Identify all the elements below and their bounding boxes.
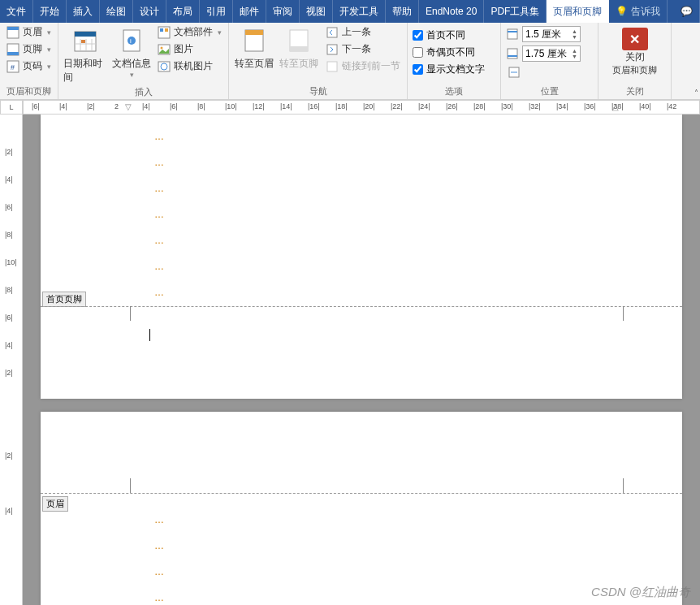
group-label: 页眉和页脚: [5, 84, 53, 99]
odd-even-different[interactable]: 奇偶页不同: [413, 45, 485, 60]
tab-home[interactable]: 开始: [33, 0, 67, 23]
svg-rect-12: [81, 40, 85, 43]
onlinepic-button[interactable]: 联机图片: [156, 58, 223, 74]
collapse-ribbon-icon[interactable]: ˄: [694, 89, 698, 97]
tab-draw[interactable]: 绘图: [100, 0, 133, 23]
document-canvas[interactable]: … … … … … … … 首页页脚 页眉 … … … …: [23, 115, 700, 605]
show-text-label: 显示文档文字: [426, 63, 485, 76]
ruler-tick: |26|: [446, 102, 458, 110]
horizontal-ruler[interactable]: ▽ △ |6||4||2|2|4||6||8||10||12||14||16||…: [23, 100, 700, 115]
onlinepic-label: 联机图片: [174, 59, 213, 73]
tab-file[interactable]: 文件: [0, 0, 33, 23]
footer-guide: [130, 306, 131, 321]
tab-bar: 文件 开始 插入 绘图 设计 布局 引用 邮件 审阅 视图 开发工具 帮助 En…: [0, 0, 700, 23]
tab-help[interactable]: 帮助: [386, 0, 419, 23]
tab-layout[interactable]: 布局: [166, 0, 200, 23]
group-label: 导航: [234, 84, 402, 99]
ruler-tick: |2|: [5, 369, 13, 377]
calendar-icon: [72, 28, 98, 54]
odd-even-checkbox[interactable]: [413, 47, 423, 58]
pagenum-label: 页码: [23, 59, 42, 73]
goto-footer-button[interactable]: 转至页脚: [279, 24, 320, 71]
ruler-tick: |4|: [5, 507, 13, 515]
show-doc-text[interactable]: 显示文档文字: [413, 62, 485, 77]
next-button[interactable]: 下一条: [324, 41, 402, 57]
first-page-different[interactable]: 首页不同: [413, 28, 485, 43]
close-header-footer-button[interactable]: ✕ 关闭 页眉和页脚: [603, 24, 666, 76]
ruler-tick: |12|: [253, 102, 265, 110]
tab-selector[interactable]: L: [0, 100, 23, 115]
ruler-tick: |4|: [5, 175, 13, 184]
goto-header-button[interactable]: 转至页眉: [234, 24, 274, 71]
header-guide: [130, 478, 131, 493]
tab-mailings[interactable]: 邮件: [233, 0, 266, 23]
ruler-tick: |4|: [142, 102, 150, 110]
docparts-button[interactable]: 文档部件: [156, 24, 223, 40]
docparts-label: 文档部件: [174, 25, 213, 39]
ruler-tick: |16|: [308, 102, 320, 110]
header-from-top[interactable]: 1.5 厘米▲▼: [506, 26, 581, 42]
svg-point-14: [127, 37, 136, 45]
next-label: 下一条: [342, 42, 371, 56]
content-ellipsis: …: [154, 183, 164, 194]
docinfo-label: 文档信息: [112, 57, 151, 71]
ruler-tick: |2|: [5, 148, 13, 156]
ruler-tick: |2|: [87, 102, 95, 110]
footer-boundary: [41, 306, 682, 307]
docinfo-button[interactable]: i 文档信息: [111, 24, 151, 79]
ruler-tick: |8|: [5, 231, 13, 239]
group-options: 首页不同 奇偶页不同 显示文档文字 选项: [408, 23, 501, 99]
close-icon: ✕: [622, 28, 648, 50]
tab-header-footer[interactable]: 页眉和页脚: [547, 0, 609, 23]
comments-button[interactable]: 💬: [674, 0, 700, 23]
align-tab-icon: [508, 66, 521, 79]
ruler-tick: |34|: [556, 102, 568, 110]
footer-button[interactable]: 页脚: [5, 41, 53, 57]
tab-insert[interactable]: 插入: [67, 0, 100, 23]
svg-text:#: #: [11, 63, 15, 71]
picture-button[interactable]: 图片: [156, 41, 223, 57]
header-label: 页眉: [23, 25, 42, 39]
ruler-tick: |24|: [418, 102, 430, 110]
page-1: … … … … … … … 首页页脚: [41, 115, 682, 399]
svg-rect-17: [160, 28, 163, 32]
tab-endnote[interactable]: EndNote 20: [419, 0, 484, 23]
header-button[interactable]: 页眉: [5, 24, 53, 40]
ruler-tick: |22|: [391, 102, 403, 110]
spinner-icon[interactable]: ▲▼: [572, 28, 577, 40]
tab-developer[interactable]: 开发工具: [333, 0, 386, 23]
tab-review[interactable]: 审阅: [266, 0, 300, 23]
insert-align-tab[interactable]: [506, 65, 581, 80]
next-icon: [326, 43, 339, 56]
tab-references[interactable]: 引用: [200, 0, 233, 23]
content-ellipsis: …: [154, 592, 164, 603]
link-previous-button[interactable]: 链接到前一节: [324, 58, 402, 74]
previous-button[interactable]: 上一条: [324, 24, 402, 40]
vertical-ruler[interactable]: |2||4||6||8||10||8||6||4||2||2||4|: [0, 115, 23, 605]
ruler-tick: |6|: [5, 313, 13, 322]
tab-design[interactable]: 设计: [133, 0, 166, 23]
picture-icon: [158, 43, 171, 56]
spinner-icon[interactable]: ▲▼: [572, 48, 577, 59]
prev-icon: [326, 26, 339, 39]
text-cursor: [149, 329, 150, 341]
link-icon: [326, 60, 339, 73]
indent-marker-icon[interactable]: ▽: [125, 102, 132, 111]
tab-pdf[interactable]: PDF工具集: [484, 0, 547, 23]
ruler-tick: |10|: [225, 102, 237, 110]
content-ellipsis: …: [154, 514, 164, 525]
footer-from-bottom[interactable]: 1.75 厘米▲▼: [506, 45, 581, 62]
content-ellipsis: …: [154, 566, 164, 577]
ruler-tick: |6|: [5, 203, 13, 211]
tell-me[interactable]: 💡 告诉我: [609, 0, 667, 23]
goto-footer-icon: [286, 28, 312, 54]
tab-view[interactable]: 视图: [300, 0, 333, 23]
first-page-checkbox[interactable]: [413, 30, 423, 41]
group-header-footer: 页眉 页脚 #页码 页眉和页脚: [0, 23, 58, 99]
datetime-button[interactable]: 日期和时间: [63, 24, 106, 84]
ruler-tick: |30|: [501, 102, 513, 110]
header-tag: 页眉: [42, 496, 68, 512]
docinfo-icon: i: [119, 28, 145, 54]
pagenum-button[interactable]: #页码: [5, 58, 53, 74]
show-text-checkbox[interactable]: [413, 64, 423, 75]
